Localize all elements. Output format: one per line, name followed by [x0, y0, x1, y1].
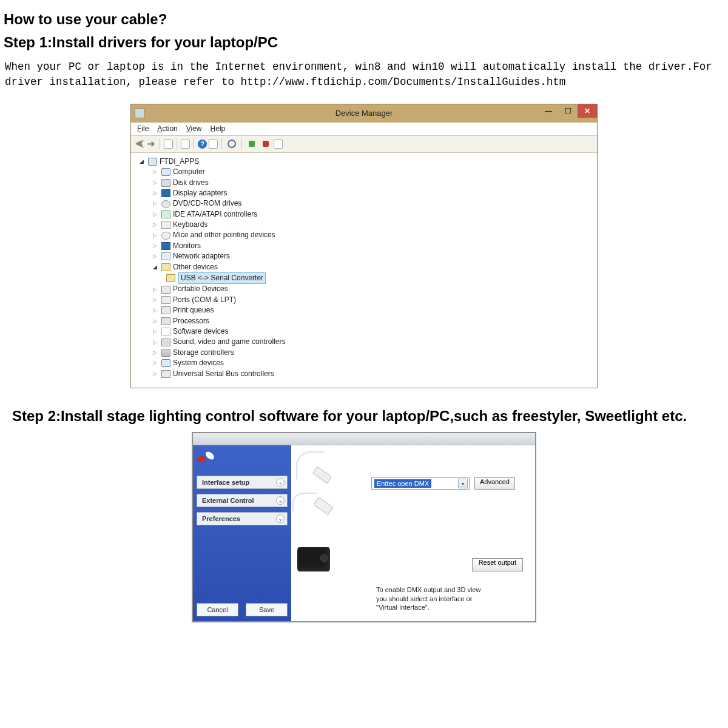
back-icon[interactable]: ⮜ — [135, 139, 145, 149]
keyboard-icon — [161, 221, 170, 229]
tree-node-ports[interactable]: ▷Ports (COM & LPT) — [136, 295, 593, 305]
sidebar-item-interface-setup[interactable]: Interface setup ⌄ — [197, 476, 288, 489]
tree-node-processors[interactable]: ▷Processors — [136, 316, 593, 326]
tree-node-display[interactable]: ▷Display adapters — [136, 188, 593, 198]
port-icon — [161, 296, 170, 304]
tree-node-sound[interactable]: ▷Sound, video and game controllers — [136, 337, 593, 347]
close-button[interactable]: ✕ — [578, 104, 597, 118]
usb-icon — [161, 370, 170, 378]
maximize-button[interactable] — [558, 104, 578, 118]
root-label: FTDI_APPS — [160, 157, 199, 167]
step2-heading: Step 2:Install stage lighting control so… — [12, 406, 724, 426]
system-icon — [161, 359, 170, 367]
menu-file[interactable]: File — [137, 124, 149, 133]
printer-icon — [161, 306, 170, 314]
tree-node-ide[interactable]: ▷IDE ATA/ATAPI controllers — [136, 209, 593, 220]
monitor-icon — [161, 242, 170, 250]
show-hidden-icon[interactable] — [164, 140, 173, 149]
chevron-down-icon: ▾ — [458, 479, 468, 488]
step1-heading: Step 1:Install drivers for your laptop/P… — [4, 34, 724, 51]
app-icon — [135, 109, 144, 118]
portable-icon — [161, 286, 170, 294]
computer-icon — [148, 158, 157, 166]
tree-node-mice[interactable]: ▷Mice and other pointing devices — [136, 230, 593, 240]
usb-cable-a-image — [295, 454, 339, 487]
app-logo-icon — [197, 449, 217, 470]
forward-icon[interactable]: ➔ — [147, 138, 156, 149]
cancel-button[interactable]: Cancel — [197, 603, 238, 616]
display-icon — [161, 189, 170, 197]
menu-view[interactable]: View — [186, 124, 202, 133]
interface-select-value: Enttec open DMX — [374, 479, 431, 488]
warning-icon — [166, 274, 175, 282]
pref-titlebar — [193, 433, 535, 445]
storage-icon — [161, 349, 170, 357]
dm-window-title: Device Manager — [131, 109, 597, 118]
search-icon[interactable] — [226, 138, 238, 150]
chip-icon — [161, 211, 170, 218]
device-manager-window: Device Manager — ✕ File Action View Help… — [130, 104, 598, 388]
menu-action[interactable]: Action — [157, 124, 177, 133]
software-icon — [161, 328, 170, 335]
intro-paragraph: When your PC or laptop is in the Interne… — [4, 59, 724, 90]
pref-main-panel: Enttec open DMX ▾ Advanced Reset output … — [291, 445, 535, 621]
dm-titlebar: Device Manager — ✕ — [131, 104, 597, 123]
processor-icon — [161, 317, 170, 325]
sidebar-item-external-control[interactable]: External Control ⌄ — [197, 494, 288, 507]
cd-icon — [161, 200, 170, 208]
tree-node-portable[interactable]: ▷Portable Devices — [136, 284, 593, 294]
tree-node-software[interactable]: ▷Software devices — [136, 326, 593, 337]
sidebar-item-label: Interface setup — [202, 479, 249, 486]
tree-node-network[interactable]: ▷Network adapters — [136, 251, 593, 261]
tree-node-print[interactable]: ▷Print queues — [136, 305, 593, 315]
dm-menubar: File Action View Help — [131, 123, 597, 136]
tree-node-storage[interactable]: ▷Storage controllers — [136, 348, 593, 358]
minimize-button[interactable]: — — [539, 104, 558, 118]
device-tree: ◢ FTDI_APPS ▷Computer ▷Disk drives ▷Disp… — [131, 153, 597, 388]
help-icon[interactable]: ? — [198, 140, 207, 149]
disable-icon[interactable] — [260, 138, 272, 150]
sidebar-item-label: External Control — [202, 497, 254, 504]
tree-node-usb[interactable]: ▷Universal Serial Bus controllers — [136, 369, 593, 379]
tree-node-system[interactable]: ▷System devices — [136, 358, 593, 368]
tree-node-disk[interactable]: ▷Disk drives — [136, 178, 593, 188]
tree-node-dvd[interactable]: ▷DVD/CD-ROM drives — [136, 198, 593, 209]
chevron-down-icon: ⌄ — [276, 496, 285, 505]
advanced-button[interactable]: Advanced — [474, 477, 515, 490]
tree-node-keyboards[interactable]: ▷Keyboards — [136, 220, 593, 230]
dmx-device-image — [297, 547, 330, 571]
tree-root[interactable]: ◢ FTDI_APPS — [136, 157, 593, 167]
sidebar-item-label: Preferences — [202, 515, 240, 522]
disk-icon — [161, 179, 170, 187]
expand-icon[interactable]: ◢ — [140, 158, 146, 166]
reset-output-button[interactable]: Reset output — [472, 558, 523, 571]
selected-device-label: USB <-> Serial Converter — [178, 272, 266, 284]
software-setup-window: Interface setup ⌄ External Control ⌄ Pre… — [192, 432, 536, 622]
dm-toolbar: ⮜ ➔ ? — [131, 136, 597, 153]
interface-select[interactable]: Enttec open DMX ▾ — [371, 477, 470, 490]
other-devices-icon — [161, 263, 170, 271]
props-icon[interactable] — [181, 140, 190, 149]
scan-icon[interactable] — [209, 140, 218, 149]
chevron-down-icon: ⌄ — [276, 514, 285, 523]
tree-node-other[interactable]: ◢Other devices — [136, 262, 593, 272]
save-button[interactable]: Save — [246, 603, 288, 616]
computer-icon — [161, 168, 170, 176]
tree-node-monitors[interactable]: ▷Monitors — [136, 241, 593, 251]
sidebar-item-preferences[interactable]: Preferences ⌄ — [197, 512, 288, 525]
mouse-icon — [161, 232, 170, 240]
sound-icon — [161, 339, 170, 346]
tree-node-computer[interactable]: ▷Computer — [136, 167, 593, 177]
enable-icon[interactable] — [246, 138, 258, 150]
menu-help[interactable]: Help — [211, 124, 226, 133]
hint-text: To enable DMX output and 3D view you sho… — [376, 585, 480, 612]
network-icon — [161, 252, 170, 260]
tree-node-usb-serial[interactable]: USB <-> Serial Converter — [136, 272, 593, 284]
chevron-down-icon: ⌄ — [276, 478, 285, 487]
page-title: How to use your cable? — [4, 11, 724, 28]
pref-sidebar: Interface setup ⌄ External Control ⌄ Pre… — [193, 445, 291, 621]
usb-cable-b-image — [292, 493, 341, 517]
update-driver-icon[interactable] — [274, 140, 283, 149]
